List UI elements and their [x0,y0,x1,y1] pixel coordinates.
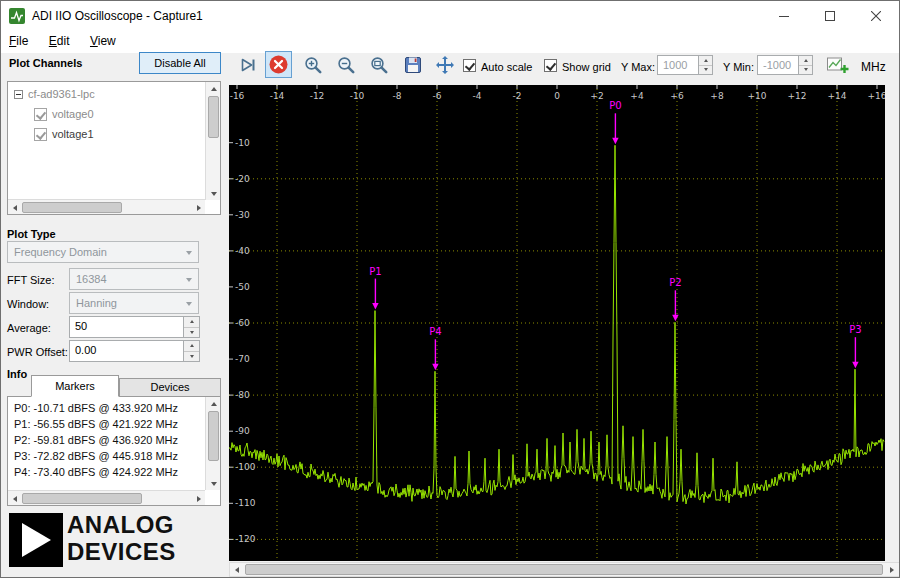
average-input[interactable]: 50 [69,316,184,338]
device-label[interactable]: cf-ad9361-lpc [28,87,95,102]
menu-view[interactable]: View [82,31,124,51]
save-button[interactable] [399,51,426,78]
voltage0-label[interactable]: voltage0 [52,107,94,122]
svg-text:-90: -90 [235,426,250,436]
spin-down-button[interactable] [184,352,199,362]
svg-text:-120: -120 [235,534,256,544]
svg-text:+12: +12 [788,91,807,101]
plot-hscrollbar[interactable] [229,562,900,577]
scroll-right-icon [197,496,201,502]
plot-type-select[interactable]: Frequency Domain [7,241,199,263]
tab-markers[interactable]: Markers [31,375,119,397]
pan-button[interactable] [431,51,458,78]
fft-size-label: FFT Size: [7,273,54,287]
scroll-left-icon [13,496,17,502]
show-grid-checkbox[interactable] [544,59,557,72]
pwr-offset-label: PWR Offset: [7,345,68,359]
svg-text:+2: +2 [590,91,603,101]
menu-edit[interactable]: Edit [41,31,78,51]
menu-file[interactable]: File [1,31,36,51]
svg-text:-16: -16 [230,91,245,101]
scroll-down-icon [211,482,217,486]
capture-play-icon [239,56,257,74]
scroll-left-icon [13,205,17,211]
tree-hscrollbar[interactable] [8,199,205,214]
adi-logo-line2: DEVICES [67,538,176,565]
scroll-left-button[interactable] [230,563,244,576]
channel-tree: cf-ad9361-lpc voltage0 voltage1 [7,81,221,215]
average-spinner[interactable] [184,316,200,338]
scroll-right-button[interactable] [192,492,205,505]
close-icon [871,11,881,21]
scrollbar-thumb[interactable] [208,96,219,138]
marker-readout: P1: -56.55 dBFS @ 421.922 MHz [14,417,178,432]
auto-scale-label: Auto scale [481,60,532,74]
marker-readout: P2: -59.81 dBFS @ 436.920 MHz [14,433,178,448]
spin-down-button[interactable] [799,66,812,75]
new-plot-icon [826,55,850,75]
voltage0-checkbox[interactable] [34,108,47,121]
scroll-up-button[interactable] [207,397,220,410]
scrollbar-thumb[interactable] [245,564,883,575]
y-max-input[interactable]: 1000 [657,55,699,75]
maximize-button[interactable] [807,1,853,31]
close-button[interactable] [853,1,899,31]
spin-up-button[interactable] [799,56,812,66]
svg-text:P3: P3 [849,324,861,335]
svg-text:+4: +4 [630,91,644,101]
svg-text:-50: -50 [235,282,250,292]
svg-text:+8: +8 [710,91,724,101]
scroll-left-button[interactable] [8,201,21,214]
y-max-value: 1000 [663,59,687,71]
scroll-up-button[interactable] [207,82,220,95]
svg-text:P1: P1 [369,266,381,277]
scroll-up-icon [211,87,217,91]
svg-text:-60: -60 [235,318,250,328]
tree-vscrollbar[interactable] [205,82,220,200]
capture-button[interactable] [237,54,259,76]
scrollbar-thumb[interactable] [22,202,122,213]
scrollbar-thumb[interactable] [22,493,142,504]
zoom-fit-button[interactable] [365,51,392,78]
voltage1-checkbox[interactable] [34,128,47,141]
voltage1-label[interactable]: voltage1 [52,127,94,142]
scroll-left-button[interactable] [8,492,21,505]
svg-text:-2: -2 [513,91,522,101]
minimize-button[interactable] [761,1,807,31]
y-min-input[interactable]: -1000 [757,55,799,75]
spin-down-button[interactable] [184,328,199,338]
scroll-down-button[interactable] [207,187,220,200]
stop-button[interactable] [265,51,292,78]
fft-size-select[interactable]: 16384 [69,268,199,290]
pwr-offset-input[interactable]: 0.00 [69,340,184,362]
spin-up-button[interactable] [184,317,199,328]
svg-text:P0: P0 [609,100,621,111]
scroll-down-button[interactable] [207,477,220,490]
disable-all-button[interactable]: Disable All [139,52,221,74]
scroll-right-button[interactable] [885,563,899,576]
auto-scale-checkbox[interactable] [463,59,476,72]
spin-up-button[interactable] [184,341,199,352]
spin-down-button[interactable] [699,66,712,75]
markers-hscrollbar[interactable] [8,490,205,505]
info-label: Info [7,367,27,381]
markers-vscrollbar[interactable] [205,397,220,490]
average-value: 50 [75,320,87,332]
y-max-spinner[interactable] [699,55,713,75]
svg-text:-80: -80 [235,390,250,400]
svg-text:-6: -6 [433,91,442,101]
zoom-out-button[interactable] [332,51,359,78]
scroll-right-button[interactable] [192,201,205,214]
tree-expander-icon[interactable] [14,90,23,99]
tab-devices[interactable]: Devices [119,378,221,397]
spin-up-button[interactable] [699,56,712,66]
pwr-offset-spinner[interactable] [184,340,200,362]
window-select[interactable]: Hanning [69,292,199,314]
spin-up-icon [190,344,194,347]
new-plot-button[interactable] [823,51,853,78]
window-label: Window: [7,297,49,311]
spectrum-plot[interactable]: -16-14-12-10-8-6-4-20+2+4+6+8+10+12+14+1… [229,85,885,561]
zoom-in-button[interactable] [299,51,326,78]
scrollbar-thumb[interactable] [208,411,219,461]
y-min-spinner[interactable] [799,55,813,75]
